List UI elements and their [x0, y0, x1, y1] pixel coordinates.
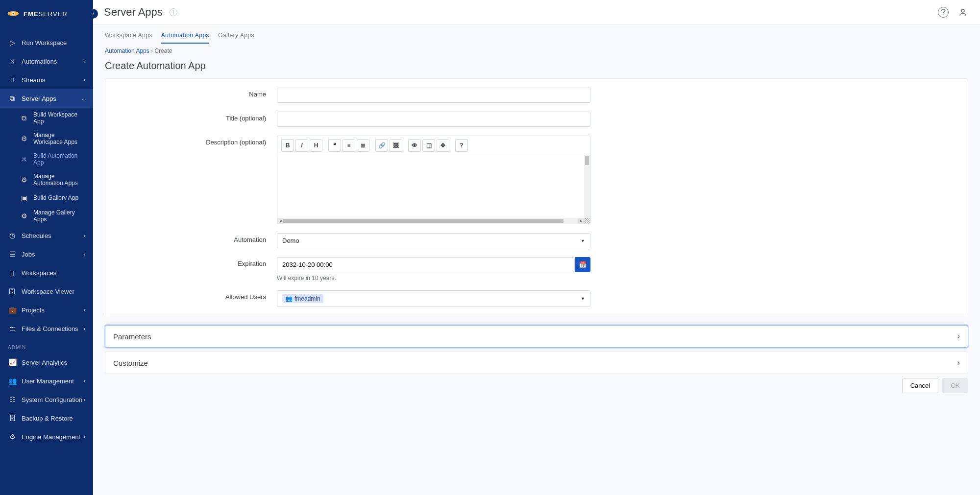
calendar-button[interactable]: 📅 — [575, 257, 590, 272]
split-button[interactable]: ◫ — [422, 139, 435, 152]
user-chip[interactable]: 👥 fmeadmin — [282, 294, 323, 303]
sidebar-collapse-button[interactable]: ‹ — [88, 9, 98, 19]
tab-automation-apps[interactable]: Automation Apps — [161, 32, 209, 44]
sidebar-item-label: Schedules — [22, 232, 51, 239]
sidebar-item-schedules[interactable]: ◷ Schedules › — [0, 226, 93, 245]
name-input[interactable] — [277, 88, 590, 103]
name-label: Name — [110, 88, 277, 98]
sidebar-item-label: Engine Management — [22, 433, 80, 441]
preview-button[interactable]: 👁 — [408, 139, 421, 152]
editor-scrollbar-horizontal[interactable]: ◂ ▸ — [277, 218, 590, 224]
page-heading: Create Automation App — [93, 56, 980, 78]
sidebar: ‹ FMESERVER ▷ Run Workspace ⤭ Automation… — [0, 0, 93, 495]
sidebar-item-workspaces[interactable]: ▯ Workspaces — [0, 263, 93, 282]
sidebar-item-server-apps[interactable]: ⧉ Server Apps ⌄ — [0, 89, 93, 108]
description-editor: B I H ❝ ≡ ≣ 🔗 — [277, 136, 590, 224]
gear-icon: ⚙ — [20, 212, 28, 220]
gear-icon: ⚙ — [20, 134, 28, 143]
allowed-users-label: Allowed Users — [110, 290, 277, 301]
sidebar-item-projects[interactable]: 💼 Projects › — [0, 301, 93, 319]
sidebar-item-manage-gallery-apps[interactable]: ⚙ Manage Gallery Apps — [0, 206, 93, 226]
ol-button[interactable]: ≣ — [357, 139, 369, 152]
gallery-icon: ▣ — [20, 193, 28, 202]
sidebar-item-automations[interactable]: ⤭ Automations › — [0, 52, 93, 71]
title-input[interactable] — [277, 112, 590, 127]
sidebar-item-build-workspace-app[interactable]: ⧉ Build Workspace App — [0, 108, 93, 128]
chevron-right-icon: › — [84, 307, 85, 313]
quote-button[interactable]: ❝ — [328, 139, 341, 152]
sidebar-item-build-automation-app[interactable]: ⤭ Build Automation App — [0, 149, 93, 169]
sidebar-item-run-workspace[interactable]: ▷ Run Workspace — [0, 33, 93, 52]
logo-text: FMESERVER — [24, 10, 68, 18]
help-icon[interactable]: ? — [938, 7, 949, 18]
sidebar-item-engine-management[interactable]: ⚙ Engine Management › — [0, 427, 93, 446]
editor-body: ◂ ▸ — [277, 155, 590, 224]
sidebar-item-label: Streams — [22, 76, 45, 84]
automation-value: Demo — [282, 237, 299, 244]
italic-button[interactable]: I — [295, 139, 308, 152]
parameters-accordion[interactable]: Parameters › — [105, 325, 968, 348]
topbar: Server Apps i ? — [93, 0, 980, 25]
ok-button[interactable]: OK — [942, 378, 968, 393]
allowed-users-select[interactable]: 👥 fmeadmin ▼ — [277, 290, 590, 307]
sidebar-item-label: User Management — [22, 377, 74, 385]
svg-point-3 — [961, 9, 964, 12]
app-icon: ⧉ — [8, 94, 17, 103]
sidebar-item-label: Server Apps — [22, 95, 56, 102]
gear-icon: ⚙ — [20, 175, 28, 184]
chevron-right-icon: › — [84, 434, 85, 440]
automation-select[interactable]: Demo ▼ — [277, 233, 590, 248]
tabs: Workspace Apps Automation Apps Gallery A… — [93, 25, 980, 44]
description-textarea[interactable] — [277, 155, 584, 218]
sidebar-item-label: System Configuration — [22, 396, 82, 403]
editor-toolbar: B I H ❝ ≡ ≣ 🔗 — [277, 136, 590, 155]
breadcrumb-leaf: Create — [154, 47, 172, 54]
sidebar-item-manage-workspace-apps[interactable]: ⚙ Manage Workspace Apps — [0, 128, 93, 149]
breadcrumb-root[interactable]: Automation Apps — [105, 47, 149, 54]
sidebar-item-system-configuration[interactable]: ☷ System Configuration › — [0, 390, 93, 409]
sidebar-item-label: Projects — [22, 306, 45, 314]
customize-accordion[interactable]: Customize › — [105, 352, 968, 374]
help-button[interactable]: ? — [455, 139, 468, 152]
info-icon[interactable]: i — [170, 8, 177, 16]
shuffle-icon: ⤭ — [8, 57, 17, 66]
sidebar-item-workspace-viewer[interactable]: ⚿ Workspace Viewer — [0, 282, 93, 301]
sidebar-sub-server-apps: ⧉ Build Workspace App ⚙ Manage Workspace… — [0, 108, 93, 226]
fullscreen-button[interactable]: ✥ — [437, 139, 449, 152]
cancel-button[interactable]: Cancel — [902, 378, 938, 393]
description-label: Description (optional) — [110, 136, 277, 146]
link-button[interactable]: 🔗 — [375, 139, 388, 152]
sidebar-item-manage-automation-apps[interactable]: ⚙ Manage Automation Apps — [0, 169, 93, 190]
scroll-right-icon[interactable]: ▸ — [578, 218, 584, 224]
logo-icon — [7, 9, 20, 19]
sidebar-item-files-connections[interactable]: 🗀 Files & Connections › — [0, 319, 93, 338]
image-button[interactable]: 🖼 — [390, 139, 402, 152]
sidebar-item-label: Files & Connections — [22, 325, 78, 332]
resize-handle-icon[interactable] — [584, 218, 590, 224]
automation-label: Automation — [110, 233, 277, 243]
sidebar-item-server-analytics[interactable]: 📈 Server Analytics — [0, 353, 93, 372]
sidebar-item-user-management[interactable]: 👥 User Management › — [0, 372, 93, 390]
tab-gallery-apps[interactable]: Gallery Apps — [218, 32, 254, 44]
logo[interactable]: FMESERVER — [0, 0, 93, 27]
chevron-right-icon: › — [84, 59, 85, 64]
scroll-left-icon[interactable]: ◂ — [277, 218, 283, 224]
sidebar-item-label: Manage Automation Apps — [33, 173, 85, 187]
bold-button[interactable]: B — [281, 139, 294, 152]
chevron-right-icon: › — [84, 252, 85, 257]
footer-actions: Cancel OK — [93, 378, 980, 405]
sidebar-item-backup-restore[interactable]: 🗄 Backup & Restore — [0, 409, 93, 427]
tab-workspace-apps[interactable]: Workspace Apps — [105, 32, 152, 44]
sidebar-item-label: Jobs — [22, 251, 35, 258]
heading-button[interactable]: H — [310, 139, 322, 152]
sidebar-item-build-gallery-app[interactable]: ▣ Build Gallery App — [0, 190, 93, 206]
sidebar-item-streams[interactable]: ⎍ Streams › — [0, 71, 93, 89]
expiration-input[interactable] — [277, 257, 575, 272]
editor-scrollbar-vertical[interactable] — [584, 155, 590, 218]
chart-icon: 📈 — [8, 358, 17, 367]
sidebar-item-label: Workspaces — [22, 269, 56, 277]
user-icon[interactable] — [957, 7, 968, 18]
ul-button[interactable]: ≡ — [343, 139, 355, 152]
breadcrumb: Automation Apps › Create — [93, 44, 980, 56]
sidebar-item-jobs[interactable]: ☰ Jobs › — [0, 245, 93, 263]
